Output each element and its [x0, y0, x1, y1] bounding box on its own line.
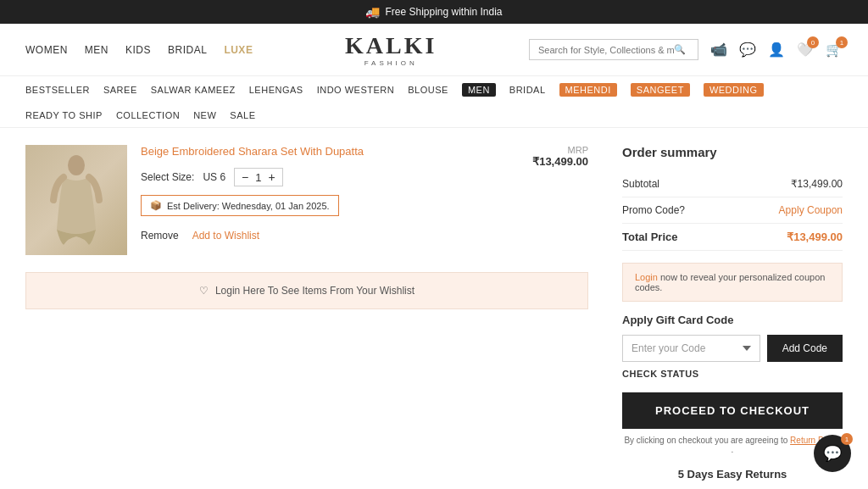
- product-name: Beige Embroidered Sharara Set With Dupat…: [141, 145, 364, 158]
- login-coupon-banner: Login now to reveal your personalized co…: [622, 263, 843, 302]
- product-price: ₹13,499.00: [532, 155, 588, 168]
- remove-link[interactable]: Remove: [141, 230, 179, 242]
- delivery-icon: 📦: [150, 200, 162, 211]
- wishlist-heart-icon: ♡: [199, 285, 209, 297]
- search-bar[interactable]: 🔍: [529, 39, 698, 60]
- cart-section: Beige Embroidered Sharara Set With Dupat…: [25, 145, 588, 489]
- apply-coupon-link[interactable]: Apply Coupon: [779, 204, 843, 216]
- cart-item-details: Beige Embroidered Sharara Set With Dupat…: [141, 145, 588, 255]
- total-price: ₹13,499.00: [787, 231, 843, 243]
- qty-increase-button[interactable]: +: [268, 170, 275, 184]
- cart-item: Beige Embroidered Sharara Set With Dupat…: [25, 145, 588, 255]
- checkout-note-post: .: [732, 445, 734, 454]
- chat-icon: 💬: [823, 444, 842, 463]
- category-nav: BESTSELLER SAREE SALWAR KAMEEZ LEHENGAS …: [0, 76, 868, 128]
- order-summary: Order summary Subtotal ₹13,499.00 Promo …: [622, 145, 843, 489]
- size-value: US 6: [203, 171, 225, 183]
- delivery-estimate: 📦 Est Delivery: Wednesday, 01 Jan 2025.: [141, 195, 339, 216]
- truck-icon: 🚚: [365, 5, 380, 19]
- gift-card-row: Enter your Code Add Code: [622, 335, 843, 362]
- cat-blouse[interactable]: BLOUSE: [408, 85, 448, 95]
- header: WOMEN MEN KIDS BRIDAL LUXE KALKI FASHION…: [0, 24, 868, 76]
- cat-men[interactable]: MEN: [462, 83, 496, 97]
- wishlist-badge: 0: [807, 36, 819, 48]
- header-nav: WOMEN MEN KIDS BRIDAL LUXE: [25, 44, 253, 56]
- cat-bridal[interactable]: BRIDAL: [509, 85, 546, 95]
- size-label: Select Size:: [141, 171, 194, 183]
- cat-salwar-kameez[interactable]: SALWAR KAMEEZ: [151, 85, 236, 95]
- login-link[interactable]: Login: [635, 272, 658, 282]
- banner-text: Free Shipping within India: [385, 6, 502, 18]
- nav-women[interactable]: WOMEN: [25, 44, 68, 56]
- login-banner-text: now to reveal your personalized coupon c…: [635, 272, 825, 292]
- nav-bridal[interactable]: BRIDAL: [168, 44, 207, 56]
- cat-new[interactable]: NEW: [193, 110, 216, 120]
- logo-brand: KALKI: [253, 32, 529, 59]
- cat-mehendi[interactable]: MEHENDI: [559, 83, 617, 97]
- checkout-note-pre: By clicking on checkout you are agreeing…: [624, 436, 787, 445]
- gift-card-select[interactable]: Enter your Code: [622, 335, 760, 362]
- gift-card-title: Apply Gift Card Code: [622, 314, 843, 326]
- summary-title: Order summary: [622, 145, 843, 159]
- promo-row: Promo Code? Apply Coupon: [622, 197, 843, 224]
- returns-section: 5 Days Easy Returns VISA AMERICAN EXPRES…: [622, 468, 843, 489]
- nav-kids[interactable]: KIDS: [125, 44, 151, 56]
- cart-badge: 1: [836, 36, 848, 48]
- check-status-link[interactable]: CHECK STATUS: [622, 369, 843, 379]
- add-code-button[interactable]: Add Code: [767, 335, 843, 362]
- quantity-control: − 1 +: [234, 168, 283, 186]
- logo-sub: FASHION: [253, 59, 529, 67]
- qty-decrease-button[interactable]: −: [242, 170, 248, 184]
- add-to-wishlist-link[interactable]: Add to Wishlist: [192, 230, 259, 242]
- returns-title: 5 Days Easy Returns: [622, 468, 843, 481]
- subtotal-label: Subtotal: [622, 178, 659, 190]
- cat-saree[interactable]: SAREE: [103, 85, 137, 95]
- cat-sale[interactable]: SALE: [230, 110, 255, 120]
- total-row: Total Price ₹13,499.00: [622, 224, 843, 251]
- checkout-button[interactable]: PROCEED TO CHECKOUT: [622, 392, 843, 429]
- subtotal-row: Subtotal ₹13,499.00: [622, 171, 843, 197]
- svg-point-0: [68, 155, 85, 175]
- promo-label: Promo Code?: [622, 204, 685, 216]
- user-icon[interactable]: 👤: [768, 42, 785, 58]
- action-links: Remove Add to Wishlist: [141, 230, 588, 242]
- wishlist-icon[interactable]: 🤍 0: [797, 42, 814, 58]
- cat-sangeet[interactable]: SANGEET: [631, 83, 690, 97]
- product-silhouette: [47, 153, 106, 247]
- qty-value: 1: [255, 171, 261, 184]
- mrp-label: MRP: [532, 145, 588, 155]
- subtotal-value: ₹13,499.00: [791, 178, 843, 190]
- video-icon[interactable]: 📹: [710, 42, 727, 58]
- checkout-note: By clicking on checkout you are agreeing…: [622, 436, 843, 454]
- search-input[interactable]: [538, 45, 674, 55]
- wishlist-login-banner[interactable]: ♡ Login Here To See Items From Your Wish…: [25, 272, 588, 309]
- cat-collection[interactable]: COLLECTION: [116, 110, 180, 120]
- logo: KALKI FASHION: [253, 32, 529, 67]
- product-image: [25, 145, 127, 255]
- delivery-text: Est Delivery: Wednesday, 01 Jan 2025.: [167, 201, 330, 211]
- total-label: Total Price: [622, 231, 678, 243]
- main-content: Beige Embroidered Sharara Set With Dupat…: [0, 128, 868, 489]
- cat-indo-western[interactable]: INDO WESTERN: [317, 85, 395, 95]
- whatsapp-icon[interactable]: 💬: [739, 42, 756, 58]
- search-icon[interactable]: 🔍: [674, 44, 686, 55]
- size-row: Select Size: US 6 − 1 +: [141, 168, 588, 186]
- cat-ready-to-ship[interactable]: READY TO SHIP: [25, 110, 103, 120]
- top-banner: 🚚 Free Shipping within India: [0, 0, 868, 24]
- cat-lehengas[interactable]: LEHENGAS: [249, 85, 303, 95]
- header-right: 🔍 📹 💬 👤 🤍 0 🛒 1: [529, 39, 843, 60]
- cat-wedding[interactable]: WEDDING: [704, 83, 764, 97]
- cart-icon[interactable]: 🛒 1: [826, 42, 843, 58]
- chat-bubble[interactable]: 💬 1: [814, 435, 851, 472]
- wishlist-login-text: Login Here To See Items From Your Wishli…: [215, 285, 415, 297]
- cat-bestseller[interactable]: BESTSELLER: [25, 85, 90, 95]
- nav-men[interactable]: MEN: [85, 44, 108, 56]
- chat-badge: 1: [841, 433, 853, 445]
- nav-luxe[interactable]: LUXE: [224, 44, 253, 56]
